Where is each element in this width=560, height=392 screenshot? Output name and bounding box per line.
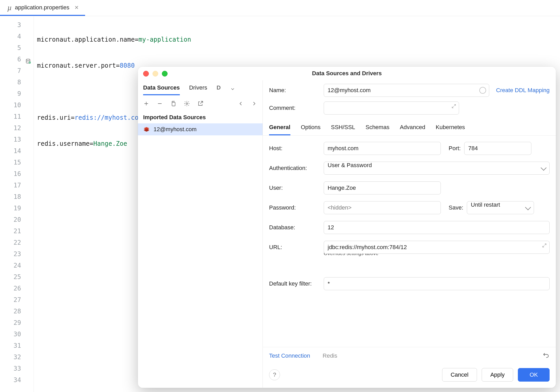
line-number: 23 xyxy=(0,248,34,260)
line-number: 12 xyxy=(0,122,34,134)
line-number: 18 xyxy=(0,191,34,203)
sidebar-tab-drivers[interactable]: Drivers xyxy=(189,84,207,95)
line-number: 30 xyxy=(0,328,34,340)
ok-button[interactable]: OK xyxy=(518,368,550,382)
sidebar-tab-data-sources[interactable]: Data Sources xyxy=(143,84,180,95)
user-input[interactable] xyxy=(324,181,441,194)
host-input[interactable] xyxy=(324,142,441,155)
apply-button[interactable]: Apply xyxy=(482,368,513,382)
line-number: 17 xyxy=(0,180,34,191)
code-text: Hange.Zoe xyxy=(93,140,127,147)
line-number: 8 xyxy=(0,77,34,88)
redis-icon xyxy=(143,126,150,133)
settings-icon[interactable] xyxy=(183,100,190,107)
line-number: 16 xyxy=(0,168,34,180)
code-text: redis.uri xyxy=(37,114,71,121)
duplicate-button[interactable] xyxy=(170,100,177,107)
svg-point-0 xyxy=(26,59,30,61)
user-label: User: xyxy=(269,185,324,191)
line-number: 7 xyxy=(0,65,34,77)
dialog-titlebar: Data Sources and Drivers xyxy=(138,67,556,80)
window-controls xyxy=(143,71,168,77)
line-number: 33 xyxy=(0,363,34,374)
window-minimize-button[interactable] xyxy=(152,71,158,77)
sidebar-item-label: 12@myhost.com xyxy=(154,126,196,133)
gutter-datasource-icon[interactable] xyxy=(25,56,31,62)
save-value: Until restart xyxy=(471,201,500,208)
line-number: 24 xyxy=(0,260,34,271)
cancel-button[interactable]: Cancel xyxy=(442,368,477,382)
line-number: 13 xyxy=(0,134,34,145)
sidebar-tab-ddl[interactable]: D xyxy=(217,84,221,95)
sidebar-toolbar xyxy=(138,97,263,109)
sidebar-item-datasource[interactable]: 12@myhost.com xyxy=(138,123,263,135)
chevron-down-icon[interactable] xyxy=(230,86,235,93)
code-text: 8080 xyxy=(120,62,135,69)
close-tab-icon[interactable]: ✕ xyxy=(74,4,79,11)
password-input[interactable] xyxy=(324,201,441,214)
test-connection-link[interactable]: Test Connection xyxy=(269,352,310,359)
data-sources-dialog: Data Sources and Drivers Data Sources Dr… xyxy=(138,67,556,388)
authentication-label: Authentication: xyxy=(269,165,324,172)
window-close-button[interactable] xyxy=(143,71,149,77)
line-number: 31 xyxy=(0,340,34,351)
driver-name: Redis xyxy=(323,352,337,359)
dialog-footer: ? Cancel Apply OK xyxy=(263,364,556,388)
help-button[interactable]: ? xyxy=(269,369,280,380)
url-input[interactable] xyxy=(324,241,550,254)
line-number: 10 xyxy=(0,99,34,111)
line-number: 21 xyxy=(0,225,34,237)
line-number: 29 xyxy=(0,317,34,328)
name-label: Name: xyxy=(269,87,324,94)
line-number: 3 xyxy=(0,19,34,31)
form-tabs: General Options SSH/SSL Schemas Advanced… xyxy=(263,121,556,136)
save-select[interactable]: Until restart xyxy=(467,201,534,214)
line-number: 6 xyxy=(0,54,34,65)
password-label: Password: xyxy=(269,204,324,211)
tab-ssh-ssl[interactable]: SSH/SSL xyxy=(331,124,355,135)
redo-nav-icon[interactable] xyxy=(251,100,258,107)
line-number: 19 xyxy=(0,203,34,214)
line-number: 22 xyxy=(0,237,34,248)
test-connection-row: Test Connection Redis xyxy=(263,347,556,364)
revert-icon[interactable] xyxy=(542,351,550,360)
tab-kubernetes[interactable]: Kubernetes xyxy=(436,124,465,135)
line-number: 4 xyxy=(0,31,34,42)
sidebar-tabs: Data Sources Drivers D xyxy=(138,80,263,97)
line-number: 34 xyxy=(0,374,34,386)
line-number: 11 xyxy=(0,111,34,122)
database-input[interactable] xyxy=(324,221,550,234)
add-button[interactable] xyxy=(143,100,150,107)
port-input[interactable] xyxy=(464,142,531,155)
host-label: Host: xyxy=(269,145,324,152)
window-zoom-button[interactable] xyxy=(162,71,168,77)
code-text: micronaut.application.name xyxy=(37,36,135,43)
authentication-select[interactable]: User & Password xyxy=(324,162,550,175)
tab-advanced[interactable]: Advanced xyxy=(400,124,425,135)
comment-label: Comment: xyxy=(269,105,324,111)
color-circle-icon[interactable] xyxy=(479,87,486,94)
line-number: 20 xyxy=(0,214,34,225)
line-number: 25 xyxy=(0,271,34,283)
tab-general[interactable]: General xyxy=(269,124,290,135)
port-label: Port: xyxy=(441,145,464,152)
code-text: micronaut.server.port xyxy=(37,62,116,69)
create-ddl-mapping-link[interactable]: Create DDL Mapping xyxy=(496,87,550,94)
comment-input[interactable] xyxy=(324,102,459,115)
line-number: 14 xyxy=(0,145,34,157)
make-global-icon[interactable] xyxy=(197,100,204,107)
url-label: URL: xyxy=(269,244,324,251)
filter-input[interactable] xyxy=(324,277,550,290)
line-number: 26 xyxy=(0,283,34,294)
undo-nav-icon[interactable] xyxy=(237,100,244,107)
database-label: Database: xyxy=(269,224,324,231)
editor-tab-bar: µ application.properties ✕ xyxy=(0,0,560,16)
tab-options[interactable]: Options xyxy=(301,124,321,135)
svg-point-3 xyxy=(186,103,188,104)
dialog-title: Data Sources and Drivers xyxy=(312,70,382,77)
remove-button[interactable] xyxy=(156,100,163,107)
tab-schemas[interactable]: Schemas xyxy=(366,124,390,135)
micronaut-file-icon: µ xyxy=(7,3,12,12)
file-tab-application-properties[interactable]: µ application.properties ✕ xyxy=(0,0,85,16)
name-input[interactable] xyxy=(324,84,489,97)
